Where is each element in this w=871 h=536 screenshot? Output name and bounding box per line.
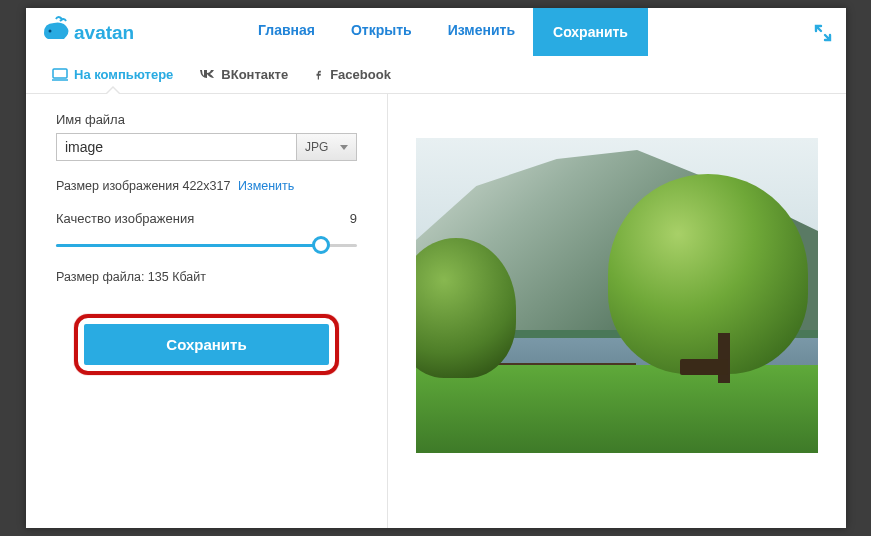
subtab-computer[interactable]: На компьютере <box>52 56 173 93</box>
save-highlight: Сохранить <box>74 314 339 375</box>
filesize-text: Размер файла: 135 Кбайт <box>56 270 357 284</box>
dimensions-text: Размер изображения 422x317 <box>56 179 230 193</box>
quality-value: 9 <box>350 211 357 226</box>
subtab-computer-label: На компьютере <box>74 67 173 82</box>
svg-point-0 <box>49 30 52 33</box>
slider-fill <box>56 244 321 247</box>
subtab-vk[interactable]: ВКонтакте <box>199 56 288 93</box>
subtab-facebook-label: Facebook <box>330 67 391 82</box>
facebook-icon <box>314 68 324 82</box>
slider-thumb[interactable] <box>312 236 330 254</box>
subtab-facebook[interactable]: Facebook <box>314 56 391 93</box>
format-select[interactable]: JPG <box>297 133 357 161</box>
quality-label: Качество изображения <box>56 211 194 226</box>
nav-open[interactable]: Открыть <box>333 8 430 56</box>
computer-icon <box>52 68 68 82</box>
filename-label: Имя файла <box>56 112 357 127</box>
nav-home[interactable]: Главная <box>240 8 333 56</box>
change-dimensions-link[interactable]: Изменить <box>238 179 294 193</box>
fullscreen-icon[interactable] <box>814 24 832 46</box>
quality-slider[interactable] <box>56 236 357 256</box>
brand-logo[interactable]: avatan <box>40 12 150 52</box>
save-settings-panel: Имя файла JPG Размер изображения 422x317… <box>26 94 388 528</box>
nav-edit[interactable]: Изменить <box>430 8 533 56</box>
nav-save[interactable]: Сохранить <box>533 8 648 56</box>
svg-rect-1 <box>53 69 67 78</box>
format-value: JPG <box>305 140 328 154</box>
vk-icon <box>199 68 215 82</box>
save-button[interactable]: Сохранить <box>84 324 329 365</box>
subtab-vk-label: ВКонтакте <box>221 67 288 82</box>
filename-input[interactable] <box>56 133 297 161</box>
brand-text: avatan <box>74 22 134 43</box>
chevron-down-icon <box>340 145 348 150</box>
image-preview <box>416 138 818 453</box>
